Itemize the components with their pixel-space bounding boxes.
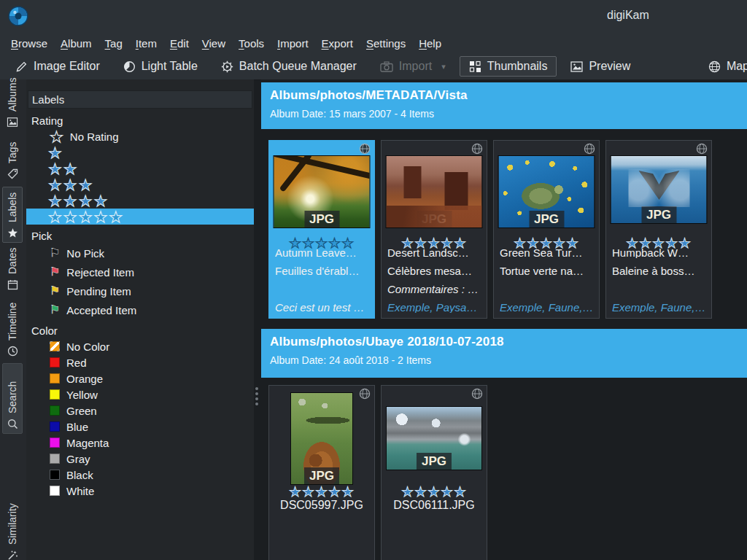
tree-item-color-red[interactable]: Red bbox=[26, 354, 254, 370]
window-titlebar: digiKam bbox=[0, 0, 747, 33]
tree-item-color-yellow[interactable]: Yellow bbox=[26, 386, 254, 402]
thumbnails-label: Thumbnails bbox=[487, 60, 548, 73]
camera-import-icon bbox=[380, 61, 393, 72]
labels-panel: Labels Rating★No Rating★★★★★★★★★★★★★★★Pi… bbox=[26, 79, 254, 560]
tree-item-color-white[interactable]: White bbox=[26, 483, 254, 499]
import-label: Import bbox=[399, 60, 432, 73]
color-swatch-icon bbox=[50, 405, 60, 416]
color-swatch-icon bbox=[50, 389, 60, 400]
photo-card[interactable]: JPG★★★★★Humpback W…Baleine à boss…Exempl… bbox=[605, 140, 712, 319]
labels-panel-title: Labels bbox=[32, 93, 64, 106]
labels-tree: Rating★No Rating★★★★★★★★★★★★★★★Pick⚑No P… bbox=[26, 112, 254, 499]
tree-item-color-green[interactable]: Green bbox=[26, 402, 254, 419]
tree-item-rating-1-stars[interactable]: ★ bbox=[26, 144, 254, 160]
sidebar-tab-timeline[interactable]: Timeline bbox=[2, 298, 23, 361]
labels-tab-label: Labels bbox=[7, 192, 18, 222]
rating-stars[interactable]: ★★★★★ bbox=[382, 485, 487, 499]
menu-album[interactable]: Album bbox=[54, 35, 98, 52]
album-path-title: Albums/photos/Ubaye 2018/10-07-2018 bbox=[270, 335, 747, 349]
window-title: digiKam bbox=[607, 9, 649, 22]
menu-import[interactable]: Import bbox=[271, 35, 315, 52]
tree-item-rating-4-stars[interactable]: ★★★★ bbox=[26, 192, 254, 209]
photo-card[interactable]: JPG★★★★★Autumn Leave…Feuilles d'érabl…Ce… bbox=[268, 140, 375, 319]
thumbnails-button[interactable]: Thumbnails bbox=[460, 56, 557, 77]
tree-item-no-rating[interactable]: ★No Rating bbox=[26, 128, 254, 144]
tree-item-pending-item[interactable]: ⚑Pending Item bbox=[26, 281, 254, 300]
sidebar-tab-similarity[interactable]: Similarity bbox=[2, 445, 23, 560]
photo-title: Desert Landsc… bbox=[387, 247, 484, 258]
menu-help[interactable]: Help bbox=[412, 35, 448, 52]
humpback-whale-photo[interactable]: JPG bbox=[611, 155, 708, 224]
pick-flag-icon: ⚑ bbox=[50, 266, 60, 278]
icon-view: Albums/photos/METADATA/VistaAlbum Date: … bbox=[261, 79, 747, 560]
black-label: Black bbox=[66, 469, 93, 481]
sidebar-tab-albums[interactable]: Albums bbox=[2, 82, 23, 132]
color-swatch-icon bbox=[50, 438, 60, 448]
dates-calendar-icon bbox=[7, 279, 18, 290]
menu-tools[interactable]: Tools bbox=[232, 35, 271, 52]
chevron-down-icon[interactable]: ▾ bbox=[441, 62, 446, 71]
photo-card[interactable]: JPG★★★★★DSC06111.JPG bbox=[381, 385, 487, 560]
sidebar-tab-tags[interactable]: Tags bbox=[2, 135, 23, 184]
tree-item-rating-3-stars[interactable]: ★★★ bbox=[26, 176, 254, 192]
green-label: Green bbox=[66, 405, 97, 417]
sea-turtle-photo[interactable]: JPG bbox=[498, 155, 595, 228]
tree-item-no-pick[interactable]: ⚑No Pick bbox=[26, 244, 254, 262]
photo-card[interactable]: JPG★★★★★Green Sea Tur…Tortue verte na…Ex… bbox=[493, 140, 600, 319]
photo-card[interactable]: JPG★★★★★Desert Landsc…Célèbres mesa…Comm… bbox=[381, 140, 487, 319]
globe-icon bbox=[708, 61, 721, 73]
menu-settings[interactable]: Settings bbox=[360, 35, 412, 52]
sidebar-tab-labels[interactable]: Labels bbox=[2, 187, 23, 243]
panel-splitter-handle[interactable] bbox=[255, 385, 260, 408]
tree-item-rating-5-stars[interactable]: ★★★★★ bbox=[26, 209, 254, 225]
sidebar-tab-search[interactable]: Search bbox=[2, 363, 23, 434]
photo-caption: Tortue verte na… bbox=[500, 265, 596, 276]
album-banner: Albums/photos/Ubaye 2018/10-07-2018Album… bbox=[261, 329, 747, 378]
image-editor-button[interactable]: Image Editor bbox=[6, 56, 109, 77]
photo-card[interactable]: JPG★★★★★DSC05997.JPG bbox=[268, 385, 375, 560]
pick-flag-icon: ⚑ bbox=[50, 285, 60, 297]
menu-view[interactable]: View bbox=[196, 35, 232, 52]
map-button[interactable]: Map bbox=[699, 56, 747, 77]
labels-panel-header: Labels bbox=[28, 90, 252, 109]
tree-item-accepted-item[interactable]: ⚑Accepted Item bbox=[26, 300, 254, 319]
preview-button[interactable]: Preview bbox=[561, 56, 640, 77]
light-table-button[interactable]: Light Table bbox=[114, 56, 207, 77]
photo-title: Autumn Leave… bbox=[275, 247, 371, 258]
tree-item-rejected-item[interactable]: ⚑Rejected Item bbox=[26, 262, 254, 281]
tree-item-color-gray[interactable]: Gray bbox=[26, 451, 254, 467]
tree-item-color-magenta[interactable]: Magenta bbox=[26, 435, 254, 451]
tree-item-color-black[interactable]: Black bbox=[26, 467, 254, 483]
desert-landscape-photo[interactable]: JPG bbox=[386, 155, 483, 228]
timeline-tab-label: Timeline bbox=[7, 303, 18, 341]
rating-stars-icon: ★★★★ bbox=[48, 193, 109, 209]
autumn-leaves-photo[interactable]: JPG bbox=[274, 155, 371, 228]
sidebar-tab-dates[interactable]: Dates bbox=[2, 246, 23, 295]
batch-queue-manager-button[interactable]: Batch Queue Manager bbox=[212, 56, 366, 77]
menu-edit[interactable]: Edit bbox=[163, 35, 196, 52]
tree-item-color-blue[interactable]: Blue bbox=[26, 419, 254, 435]
white-label: White bbox=[66, 485, 94, 497]
color-swatch-icon bbox=[50, 421, 60, 432]
similarity-icon bbox=[7, 550, 18, 560]
gray-label: Gray bbox=[66, 453, 90, 465]
search-icon bbox=[7, 419, 18, 429]
menu-browse[interactable]: Browse bbox=[4, 35, 54, 52]
format-badge: JPG bbox=[304, 211, 339, 228]
tree-item-rating-2-stars[interactable]: ★★ bbox=[26, 160, 254, 176]
mountain-lake-photo[interactable]: JPG bbox=[386, 406, 482, 470]
tree-item-color-no-color[interactable]: No Color bbox=[26, 338, 254, 354]
menu-export[interactable]: Export bbox=[315, 35, 360, 52]
batch-queue-gear-icon bbox=[221, 61, 233, 73]
rating-stars[interactable]: ★★★★★ bbox=[269, 485, 374, 499]
rating-stars-icon: ★★ bbox=[48, 161, 79, 176]
format-badge: JPG bbox=[641, 206, 676, 223]
magenta-label: Magenta bbox=[66, 437, 109, 449]
dog-photo[interactable]: JPG bbox=[290, 392, 353, 485]
rating-stars-icon: ★★★ bbox=[48, 177, 93, 192]
import-button[interactable]: Import▾ bbox=[371, 56, 455, 77]
menu-item[interactable]: Item bbox=[129, 35, 163, 52]
tree-item-color-orange[interactable]: Orange bbox=[26, 370, 254, 386]
menu-tag[interactable]: Tag bbox=[98, 35, 129, 52]
light-table-label: Light Table bbox=[142, 60, 198, 73]
